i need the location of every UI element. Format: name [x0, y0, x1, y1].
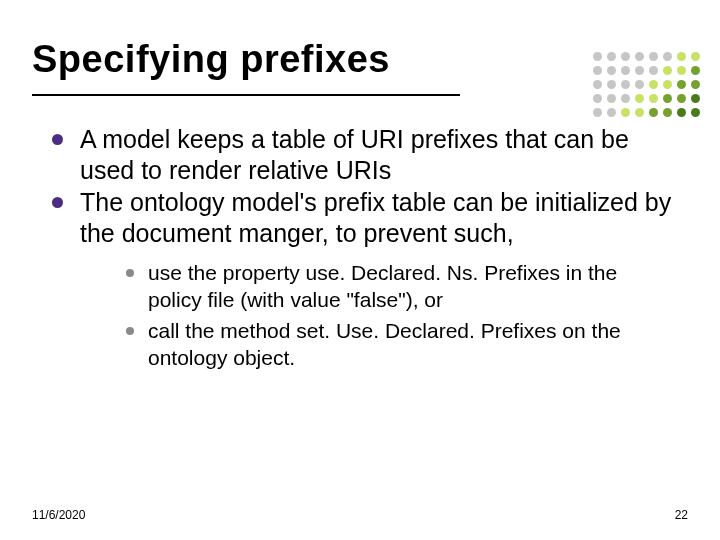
decor-dot — [677, 108, 686, 117]
decor-dot — [593, 94, 602, 103]
decor-dot — [691, 108, 700, 117]
decor-dot — [677, 80, 686, 89]
decor-dot — [635, 66, 644, 75]
decor-dot — [621, 66, 630, 75]
decor-dot — [663, 94, 672, 103]
decor-dot — [607, 66, 616, 75]
bullet-text: call the method set. Use. Declared. Pref… — [148, 319, 621, 369]
decor-dot — [691, 52, 700, 61]
decor-dot — [649, 94, 658, 103]
slide-body: A model keeps a table of URI prefixes th… — [48, 124, 672, 376]
decor-dot — [649, 108, 658, 117]
decor-dot — [649, 66, 658, 75]
decor-dot — [677, 66, 686, 75]
list-item: The ontology model's prefix table can be… — [48, 187, 672, 372]
decor-dot — [677, 52, 686, 61]
decor-dot — [607, 94, 616, 103]
decor-dot — [663, 80, 672, 89]
decor-dot — [621, 80, 630, 89]
decor-dot — [635, 52, 644, 61]
bullet-text: The ontology model's prefix table can be… — [80, 188, 671, 247]
decor-dot — [593, 108, 602, 117]
decor-dot — [663, 66, 672, 75]
decor-dot — [593, 80, 602, 89]
decor-dot — [593, 66, 602, 75]
decor-dot — [649, 52, 658, 61]
decor-dot — [691, 80, 700, 89]
decor-dot — [621, 108, 630, 117]
decor-dot — [635, 108, 644, 117]
decor-dot-grid — [593, 52, 702, 119]
decor-dot — [663, 52, 672, 61]
sub-bullet-list: use the property use. Declared. Ns. Pref… — [80, 260, 672, 372]
bullet-text: A model keeps a table of URI prefixes th… — [80, 125, 629, 184]
bullet-list: A model keeps a table of URI prefixes th… — [48, 124, 672, 372]
decor-dot — [635, 80, 644, 89]
list-item: A model keeps a table of URI prefixes th… — [48, 124, 672, 185]
slide: Specifying prefixes A model keeps a tabl… — [0, 0, 720, 540]
decor-dot — [635, 94, 644, 103]
decor-dot — [607, 52, 616, 61]
decor-dot — [593, 52, 602, 61]
footer-page-number: 22 — [675, 508, 688, 522]
decor-dot — [691, 66, 700, 75]
decor-dot — [649, 80, 658, 89]
title-underline — [32, 94, 460, 96]
decor-dot — [677, 94, 686, 103]
decor-dot — [621, 94, 630, 103]
list-item: use the property use. Declared. Ns. Pref… — [122, 260, 672, 314]
decor-dot — [621, 52, 630, 61]
decor-dot — [663, 108, 672, 117]
list-item: call the method set. Use. Declared. Pref… — [122, 318, 672, 372]
footer-date: 11/6/2020 — [32, 508, 85, 522]
decor-dot — [607, 108, 616, 117]
decor-dot — [607, 80, 616, 89]
slide-title: Specifying prefixes — [32, 38, 390, 81]
decor-dot — [691, 94, 700, 103]
bullet-text: use the property use. Declared. Ns. Pref… — [148, 261, 617, 311]
